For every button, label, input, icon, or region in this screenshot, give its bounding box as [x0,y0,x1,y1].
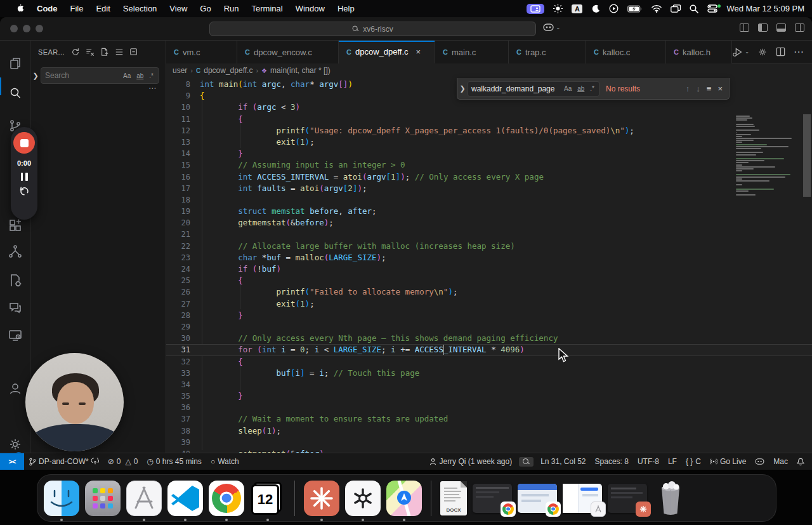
eol-item[interactable]: LF [664,453,681,470]
copilot-status-item[interactable] [750,453,769,470]
tab-trap.c[interactable]: Ctrap.c [509,41,586,63]
stop-recording-button[interactable] [13,132,35,154]
toggle-panel-icon[interactable] [776,23,786,32]
spotlight-search-icon[interactable] [690,4,698,13]
battery-icon[interactable] [627,5,643,13]
line-number[interactable]: 30 [166,333,190,344]
comments-icon[interactable] [8,300,23,316]
line-number[interactable]: 29 [166,321,190,333]
problems-item[interactable]: ⊘0 △0 [103,453,143,470]
explorer-icon[interactable] [8,56,23,71]
dock-item-appstore[interactable] [126,481,162,516]
time-tracker-item[interactable]: ◷ 0 hrs 45 mins [142,453,206,470]
tab-vm.c[interactable]: Cvm.c [166,41,237,63]
dock-item-chatgpt[interactable] [345,481,381,516]
tasks-file-icon[interactable] [8,273,23,288]
breadcrumb-folder[interactable]: user [173,66,187,75]
line-number[interactable]: 19 [166,206,190,217]
zoom-status-button[interactable] [519,457,534,467]
screen-record-icon[interactable] [609,4,619,13]
line-number[interactable]: 23 [166,252,190,263]
webcam-overlay[interactable] [25,353,124,451]
line-number[interactable]: 24 [166,263,190,275]
code-editor[interactable]: 8int main(int argc, char* argv[])9{10 if… [166,77,812,453]
line-number[interactable]: 11 [166,114,190,125]
match-case-toggle[interactable]: Aa [563,84,573,93]
sidebar-search-input[interactable]: Search Aa ab .* [41,67,159,84]
breadcrumb-file[interactable]: dpcow_dpeff.c [204,66,252,75]
line-number[interactable]: 37 [166,413,190,425]
line-number[interactable]: 38 [166,425,190,437]
line-number[interactable]: 9 [166,90,190,102]
breadcrumb[interactable]: user › C dpcow_dpeff.c › ❖ main(int, cha… [166,63,812,77]
dock-item-thumb-light[interactable] [518,484,557,513]
dock-item-docx[interactable]: DOCX [440,481,467,515]
stage-manager-icon[interactable] [671,4,681,13]
tab-kalloc.h[interactable]: Ckalloc.h [666,41,732,63]
close-find-button[interactable]: × [717,84,723,93]
line-number[interactable]: 14 [166,148,190,159]
remote-explorer-icon[interactable] [8,328,23,343]
clear-results-icon[interactable] [86,48,95,56]
menu-code[interactable]: Code [30,0,64,17]
search-icon[interactable] [8,85,23,100]
menu-go[interactable]: Go [193,0,217,17]
tab-dpcow_encow.c[interactable]: Cdpcow_encow.c [237,41,339,63]
gear-icon[interactable] [757,47,768,57]
toggle-replace-chevron[interactable]: ❯ [30,72,41,80]
window-controls[interactable] [0,25,43,32]
line-number[interactable]: 39 [166,437,190,448]
previous-match-button[interactable]: ↑ [686,84,690,93]
focus-moon-icon[interactable] [591,4,600,13]
toggle-replace-chevron[interactable]: ❯ [457,84,468,93]
line-number[interactable]: 17 [166,183,190,194]
pause-recording-button[interactable] [21,173,28,181]
wifi-icon[interactable] [652,5,662,13]
line-number[interactable]: 18 [166,194,190,206]
git-branch-item[interactable]: DP-and-COW* [24,453,103,470]
menu-help[interactable]: Help [331,0,361,17]
os-item[interactable]: Mac [769,453,792,470]
encoding-item[interactable]: UTF-8 [633,453,664,470]
extensions-icon[interactable] [8,218,23,233]
line-number[interactable]: 8 [166,79,190,90]
dock-item-finder[interactable] [44,481,79,516]
refresh-icon[interactable] [71,48,80,56]
toggle-secondary-sidebar-icon[interactable] [795,23,804,32]
recording-widget[interactable]: 0:00 [11,127,37,220]
dock-item-launchpad[interactable] [85,481,121,516]
regex-toggle[interactable]: .* [148,72,155,80]
next-match-button[interactable]: ↓ [696,84,700,93]
title-bar[interactable]: ← → xv6-riscv ⌄ [0,17,812,41]
toggle-search-details[interactable]: ⋯ [30,84,166,93]
dock-item-thumb-store[interactable] [563,484,602,513]
match-case-toggle[interactable]: Aa [122,72,132,80]
menu-run[interactable]: Run [218,0,246,17]
run-file-button[interactable]: ⌄ [732,47,749,57]
screen-share-icon[interactable] [527,4,544,14]
line-number[interactable]: 21 [166,229,190,240]
tab-main.c[interactable]: Cmain.c [435,41,509,63]
customize-layout-icon[interactable] [740,23,749,32]
line-number[interactable]: 20 [166,217,190,229]
dock-item-trash[interactable] [653,479,688,517]
line-number[interactable]: 28 [166,310,190,321]
close-window-button[interactable] [10,25,18,32]
tab-dpcow_dpeff.c[interactable]: Cdpcow_dpeff.c× [339,41,435,63]
dock-item-screenstudio[interactable] [304,481,339,516]
notifications-bell[interactable] [792,453,812,470]
line-number[interactable]: 12 [166,125,190,136]
line-number[interactable]: 31 [166,344,190,356]
dock-item-maps[interactable] [386,481,422,516]
dock-item-thumb-dark[interactable] [473,484,512,513]
line-number[interactable]: 15 [166,159,190,171]
zoom-window-button[interactable] [36,25,43,32]
line-number[interactable]: 40 [166,448,190,453]
cursor-position-item[interactable]: Ln 31, Col 52 [536,453,590,470]
indentation-item[interactable]: Spaces: 8 [591,453,633,470]
find-in-selection-button[interactable]: ≡ [707,84,712,93]
menu-file[interactable]: File [64,0,90,17]
menu-terminal[interactable]: Terminal [246,0,289,17]
language-mode-item[interactable]: { } C [681,453,705,470]
input-source-icon[interactable]: A [572,4,582,13]
